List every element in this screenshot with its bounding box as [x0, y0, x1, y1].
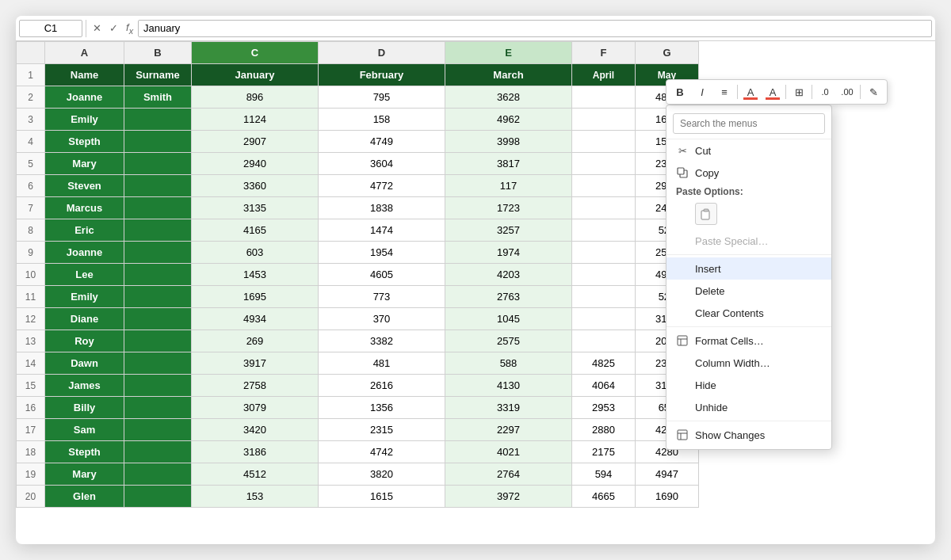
apr-cell[interactable]: 2953: [572, 397, 636, 419]
apr-cell[interactable]: [572, 131, 636, 153]
mar-cell[interactable]: 4130: [445, 375, 572, 397]
feb-cell[interactable]: 1615: [319, 486, 445, 508]
header-january[interactable]: January: [192, 64, 319, 86]
borders-btn[interactable]: ⊞: [789, 82, 809, 102]
feb-cell[interactable]: 4742: [319, 441, 445, 463]
context-search-input[interactable]: [673, 113, 825, 134]
apr-cell[interactable]: [572, 219, 636, 242]
mar-cell[interactable]: 2575: [445, 330, 572, 352]
surname-cell[interactable]: [124, 286, 192, 308]
surname-cell[interactable]: [124, 463, 192, 486]
ctx-insert[interactable]: Insert: [666, 257, 831, 280]
surname-cell[interactable]: [124, 352, 192, 375]
apr-cell[interactable]: [572, 264, 636, 286]
col-header-E[interactable]: E: [445, 42, 572, 64]
feb-cell[interactable]: 4605: [319, 264, 445, 286]
col-header-B[interactable]: B: [124, 42, 192, 64]
col-header-G[interactable]: G: [636, 42, 699, 64]
surname-cell[interactable]: [124, 197, 192, 219]
apr-cell[interactable]: 594: [572, 463, 636, 486]
jan-cell[interactable]: 4165: [192, 219, 319, 242]
name-cell[interactable]: Joanne: [45, 242, 124, 264]
header-february[interactable]: February: [319, 64, 445, 86]
apr-cell[interactable]: [572, 308, 636, 330]
mar-cell[interactable]: 3817: [445, 153, 572, 175]
apr-cell[interactable]: [572, 153, 636, 175]
apr-cell[interactable]: 4825: [572, 352, 636, 375]
surname-cell[interactable]: [124, 264, 192, 286]
apr-cell[interactable]: [572, 175, 636, 197]
name-cell[interactable]: Eric: [45, 219, 124, 242]
apr-cell[interactable]: [572, 286, 636, 308]
surname-cell[interactable]: [124, 175, 192, 197]
feb-cell[interactable]: 795: [319, 86, 445, 109]
jan-cell[interactable]: 3135: [192, 197, 319, 219]
italic-btn[interactable]: I: [692, 82, 712, 102]
ctx-show-changes[interactable]: Show Changes: [666, 424, 831, 446]
feb-cell[interactable]: 1474: [319, 219, 445, 242]
align-btn[interactable]: ≡: [714, 82, 735, 102]
name-cell[interactable]: Marcus: [45, 197, 124, 219]
mar-cell[interactable]: 4021: [445, 441, 572, 463]
apr-cell[interactable]: [572, 242, 636, 264]
name-cell[interactable]: Sam: [45, 419, 124, 441]
jan-cell[interactable]: 153: [192, 486, 319, 508]
mar-cell[interactable]: 2297: [445, 419, 572, 441]
name-cell[interactable]: Stepth: [45, 131, 124, 153]
surname-cell[interactable]: [124, 375, 192, 397]
mar-cell[interactable]: 1974: [445, 242, 572, 264]
name-cell[interactable]: Joanne: [45, 86, 124, 109]
jan-cell[interactable]: 3360: [192, 175, 319, 197]
feb-cell[interactable]: 4772: [319, 175, 445, 197]
jan-cell[interactable]: 3079: [192, 397, 319, 419]
decrease-decimal-btn[interactable]: .0: [815, 82, 835, 102]
col-header-C[interactable]: C: [192, 42, 319, 64]
feb-cell[interactable]: 1838: [319, 197, 445, 219]
surname-cell[interactable]: [124, 486, 192, 508]
bold-btn[interactable]: B: [670, 82, 690, 102]
surname-cell[interactable]: [124, 109, 192, 131]
may-cell[interactable]: 1690: [636, 486, 699, 508]
confirm-formula-btn[interactable]: ✓: [106, 21, 121, 36]
ctx-format-cells[interactable]: Format Cells…: [666, 330, 831, 352]
jan-cell[interactable]: 2758: [192, 375, 319, 397]
mar-cell[interactable]: 588: [445, 352, 572, 375]
name-cell[interactable]: Mary: [45, 153, 124, 175]
cell-reference-input[interactable]: [19, 20, 82, 37]
jan-cell[interactable]: 3186: [192, 441, 319, 463]
jan-cell[interactable]: 3420: [192, 419, 319, 441]
surname-cell[interactable]: [124, 308, 192, 330]
apr-cell[interactable]: 4064: [572, 375, 636, 397]
name-cell[interactable]: Emily: [45, 109, 124, 131]
jan-cell[interactable]: 603: [192, 242, 319, 264]
jan-cell[interactable]: 896: [192, 86, 319, 109]
name-cell[interactable]: Billy: [45, 397, 124, 419]
ctx-column-width[interactable]: Column Width…: [666, 352, 831, 374]
surname-cell[interactable]: [124, 242, 192, 264]
increase-decimal-btn[interactable]: .00: [837, 82, 857, 102]
feb-cell[interactable]: 2315: [319, 419, 445, 441]
name-cell[interactable]: Steven: [45, 175, 124, 197]
ctx-unhide[interactable]: Unhide: [666, 396, 831, 418]
mar-cell[interactable]: 2763: [445, 286, 572, 308]
feb-cell[interactable]: 3820: [319, 463, 445, 486]
paste-default-btn[interactable]: [695, 203, 717, 225]
col-header-A[interactable]: A: [45, 42, 124, 64]
ctx-delete[interactable]: Delete: [666, 280, 831, 302]
jan-cell[interactable]: 1695: [192, 286, 319, 308]
apr-cell[interactable]: [572, 109, 636, 131]
mar-cell[interactable]: 3998: [445, 131, 572, 153]
name-cell[interactable]: Stepth: [45, 441, 124, 463]
surname-cell[interactable]: [124, 219, 192, 242]
mar-cell[interactable]: 3628: [445, 86, 572, 109]
feb-cell[interactable]: 370: [319, 308, 445, 330]
mar-cell[interactable]: 1045: [445, 308, 572, 330]
apr-cell[interactable]: [572, 86, 636, 109]
jan-cell[interactable]: 1453: [192, 264, 319, 286]
ctx-cut[interactable]: ✂ Cut: [666, 139, 831, 162]
surname-cell[interactable]: [124, 397, 192, 419]
fill-color-btn[interactable]: A: [740, 82, 761, 102]
name-cell[interactable]: Diane: [45, 308, 124, 330]
mar-cell[interactable]: 4203: [445, 264, 572, 286]
apr-cell[interactable]: 4665: [572, 486, 636, 508]
